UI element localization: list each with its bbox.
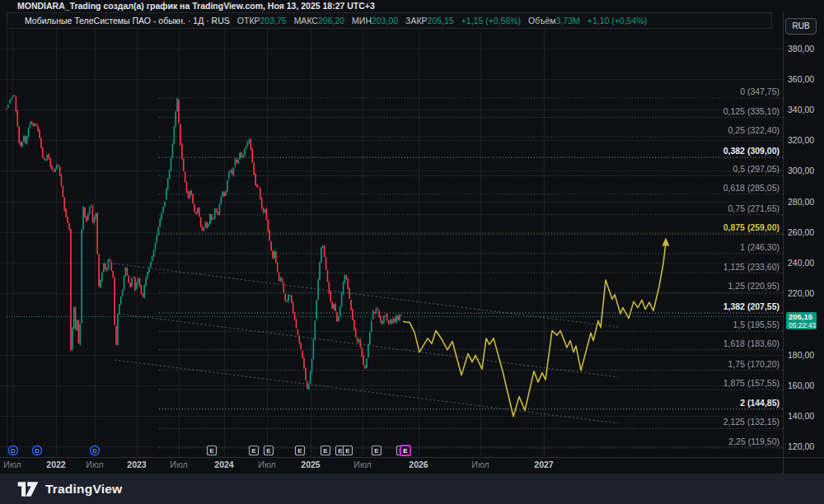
bar-countdown: 05:22:43	[789, 321, 817, 329]
fib-level-label: 0,382 (309,00)	[723, 146, 780, 156]
volume-value: 3,73M	[556, 16, 580, 26]
high-label: МАКС	[294, 16, 318, 26]
earnings-badge[interactable]: E	[321, 446, 330, 455]
svg-text:D: D	[92, 447, 97, 455]
low-value: 203,00	[372, 16, 398, 26]
symbol-title[interactable]: Мобильные ТелеСистемы ПАО - обыкн. · 1Д …	[25, 16, 230, 26]
fib-level-label: 0 (347,75)	[740, 86, 780, 96]
time-tick-label: 2025	[301, 460, 321, 469]
dividend-badge[interactable]: D	[9, 446, 18, 455]
earnings-badge[interactable]: E	[250, 446, 259, 455]
svg-text:E: E	[323, 447, 328, 455]
open-field: ОТКР203,75	[237, 16, 287, 26]
time-tick-label: Июл	[258, 460, 275, 469]
earnings-badge[interactable]: E	[208, 446, 217, 455]
trendlines[interactable]	[114, 264, 618, 423]
earnings-badge[interactable]: E	[372, 446, 382, 455]
earnings-badge[interactable]: E	[265, 446, 274, 455]
projection-arrow-icon	[662, 237, 670, 245]
fib-level-label: 0,618 (285,05)	[723, 183, 780, 193]
svg-text:E: E	[297, 447, 302, 455]
chart-canvas[interactable]: 0 (347,75)0,125 (335,10)0,25 (322,40)0,3…	[0, 0, 824, 504]
fib-level-label: 1,618 (183,60)	[723, 338, 780, 348]
price-tick-label: 140,00	[788, 411, 814, 421]
volume-label: Объём	[528, 16, 555, 26]
time-tick-label: Июл	[471, 460, 489, 469]
time-tick-label: 2027	[534, 460, 554, 469]
svg-text:E: E	[251, 447, 256, 455]
svg-text:E: E	[338, 447, 343, 455]
fib-level-label: 0,75 (271,65)	[728, 203, 780, 213]
chart-grid	[0, 12, 783, 457]
earnings-badge[interactable]: E	[344, 446, 353, 455]
close-label: ЗАКР	[405, 16, 427, 26]
price-axis[interactable]: 380,00360,00340,00320,00300,00280,00260,…	[788, 44, 814, 452]
brand-text[interactable]: TradingView	[45, 482, 122, 497]
time-tick-label: 2024	[214, 460, 234, 469]
fib-level-label: 0,5 (297,05)	[733, 164, 780, 174]
current-price-badge[interactable]: 205,15 05:22:43	[786, 312, 817, 329]
volume-field: Объём3,73M	[528, 16, 580, 26]
fib-level-label: 0,25 (322,40)	[728, 125, 780, 135]
price-tick-label: 300,00	[788, 166, 814, 175]
time-tick-label: 2026	[409, 460, 428, 469]
attribution-text: MONDIARA_Trading создал(а) график на Tra…	[17, 1, 375, 12]
dividend-badge[interactable]: D	[91, 446, 100, 455]
fib-level-label: 1 (246,30)	[740, 242, 780, 252]
fib-level-label: 1,875 (157,55)	[723, 378, 780, 388]
earnings-badge[interactable]: E	[296, 446, 305, 455]
svg-text:E: E	[374, 447, 379, 455]
open-label: ОТКР	[237, 16, 260, 26]
fib-level-label: 0,875 (259,00)	[723, 222, 780, 232]
candles	[6, 95, 401, 390]
time-tick-label: Июл	[353, 460, 371, 469]
price-tick-label: 240,00	[788, 258, 814, 268]
price-tick-label: 320,00	[788, 135, 814, 145]
svg-text:E: E	[209, 447, 214, 455]
fib-level-label: 2,125 (132,15)	[723, 417, 780, 427]
price-tick-label: 380,00	[788, 44, 814, 54]
time-tick-label: Июл	[86, 460, 103, 469]
svg-text:E: E	[403, 447, 408, 455]
currency-button[interactable]: RUB	[785, 18, 817, 35]
low-field: МИН203,00	[352, 16, 398, 26]
volume-change-value: +1,10 (+0,54%)	[588, 16, 647, 26]
high-field: МАКС206,20	[294, 16, 344, 26]
open-value: 203,75	[260, 16, 287, 26]
fib-level-label: 1,5 (195,55)	[733, 320, 780, 329]
tradingview-logo-icon[interactable]	[17, 481, 39, 497]
fib-level-label: 1,75 (170,20)	[728, 359, 780, 369]
time-tick-label: Июл	[170, 460, 187, 469]
svg-text:E: E	[266, 447, 271, 455]
change-value: +1,15 (+0,56%)	[461, 16, 521, 26]
price-tick-label: 340,00	[788, 105, 814, 114]
time-tick-label: Июл	[3, 460, 21, 469]
fib-level-label: 1,382 (207,55)	[723, 301, 780, 311]
symbol-legend: Мобильные ТелеСистемы ПАО - обыкн. · 1Д …	[7, 12, 772, 29]
price-tick-label: 160,00	[788, 380, 814, 390]
fib-level-label: 2,25 (119,50)	[728, 436, 780, 446]
footer-bar: TradingView	[0, 474, 824, 504]
low-label: МИН	[352, 16, 372, 26]
time-axis[interactable]: Июл2022Июл2023Июл2024Июл2025Июл2026Июл20…	[3, 460, 554, 469]
fib-level-label: 0,125 (335,10)	[723, 106, 780, 116]
close-value: 205,15	[428, 16, 454, 26]
dividend-badge[interactable]: D	[33, 446, 42, 455]
price-chart-svg: 0 (347,75)0,125 (335,10)0,25 (322,40)0,3…	[0, 0, 824, 504]
fib-level-label: 1,25 (220,95)	[728, 281, 780, 291]
svg-text:E: E	[345, 447, 350, 455]
fib-level-label: 1,125 (233,60)	[723, 262, 780, 272]
svg-text:D: D	[11, 447, 16, 455]
axis-borders	[0, 12, 824, 474]
fib-level-label: 2 (144,85)	[740, 398, 780, 408]
close-field: ЗАКР205,15	[405, 16, 454, 26]
price-tick-label: 280,00	[788, 197, 814, 207]
price-tick-label: 180,00	[788, 350, 814, 360]
earnings-badge-selected[interactable]: E	[400, 446, 410, 455]
price-tick-label: 260,00	[788, 227, 814, 237]
time-tick-label: 2022	[46, 460, 66, 469]
price-tick-label: 360,00	[788, 74, 814, 84]
time-tick-label: 2023	[127, 460, 147, 469]
current-price-value: 205,15	[789, 313, 817, 321]
svg-text:D: D	[35, 447, 40, 455]
